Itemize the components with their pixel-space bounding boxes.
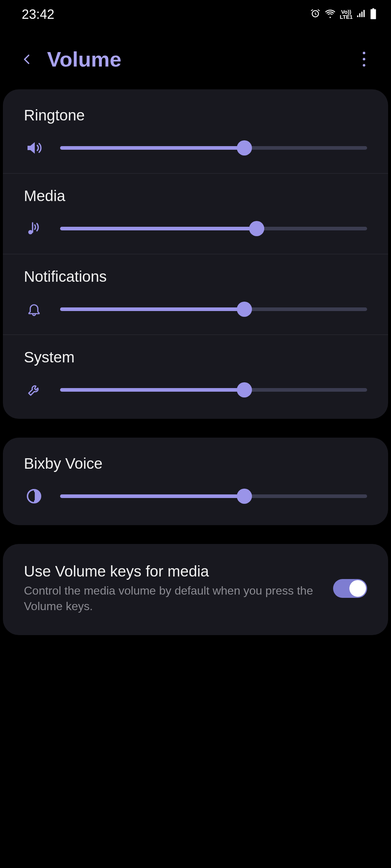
system-label: System (24, 349, 367, 366)
bell-icon (24, 299, 44, 319)
status-time: 23:42 (22, 7, 54, 22)
media-label: Media (24, 187, 367, 205)
bixby-label: Bixby Voice (24, 455, 367, 472)
svg-point-0 (28, 230, 33, 234)
music-icon (24, 218, 44, 239)
page-header: Volume (0, 29, 391, 89)
battery-icon (370, 8, 377, 21)
wrench-icon (24, 380, 44, 400)
ringtone-slider[interactable] (60, 139, 367, 157)
status-indicators: Vo)) LTE1 (310, 8, 377, 21)
volume-keys-toggle[interactable] (333, 579, 367, 598)
notifications-label: Notifications (24, 268, 367, 285)
signal-icon (356, 8, 366, 21)
volume-keys-toggle-row[interactable]: Use Volume keys for media Control the me… (3, 548, 388, 631)
ringtone-label: Ringtone (24, 107, 367, 124)
system-slider[interactable] (60, 381, 367, 399)
more-options-button[interactable] (357, 48, 371, 70)
page-title: Volume (47, 47, 121, 71)
bixby-icon (24, 486, 44, 506)
back-button[interactable] (18, 50, 36, 68)
volume-keys-description: Control the media volume by default when… (24, 583, 322, 614)
status-bar: 23:42 Vo)) LTE1 (0, 0, 391, 29)
notifications-slider[interactable] (60, 301, 367, 318)
speaker-icon (24, 138, 44, 158)
system-section: System (3, 335, 388, 415)
toggle-knob (349, 580, 366, 597)
alarm-icon (310, 8, 321, 21)
volume-sliders-card: Ringtone Media Notifications (3, 89, 388, 419)
media-section: Media (3, 173, 388, 254)
bixby-card: Bixby Voice (3, 438, 388, 525)
bixby-slider[interactable] (60, 488, 367, 505)
ringtone-section: Ringtone (3, 93, 388, 173)
wifi-icon (324, 8, 336, 21)
volume-keys-title: Use Volume keys for media (24, 563, 322, 580)
media-slider[interactable] (60, 220, 367, 237)
network-type-label: Vo)) LTE1 (340, 9, 353, 20)
notifications-section: Notifications (3, 254, 388, 335)
bixby-section: Bixby Voice (3, 441, 388, 522)
volume-keys-card: Use Volume keys for media Control the me… (3, 544, 388, 635)
